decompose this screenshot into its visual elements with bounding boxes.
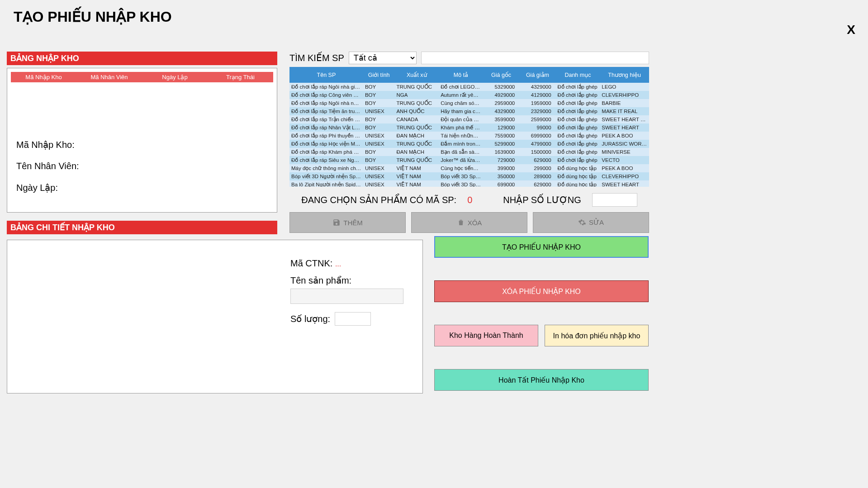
product-cell: 1639000 — [483, 148, 519, 156]
product-cell: TRUNG QUỐC — [394, 99, 439, 107]
product-cell: Bạn đã sẵn sàng cho... — [439, 148, 483, 156]
product-cell: CLEVERHIPPO — [600, 172, 649, 180]
product-cell: SWEET HEART — [600, 123, 649, 132]
panel-ctnk: Mã CTNK: ... Tên sản phẩm: Số lượng: — [7, 240, 423, 393]
product-cell: Bóp viết 3D Người nhện Spider-Man C... — [289, 172, 363, 180]
product-cell: 1959000 — [519, 99, 555, 107]
close-button[interactable]: X — [847, 23, 855, 37]
sua-label: SỬA — [589, 218, 604, 227]
product-cell: Đắm mình trong trải n... — [439, 140, 483, 148]
product-cell: 7559000 — [483, 132, 519, 140]
product-cell: BOY — [363, 148, 395, 156]
ctnk-dots: ... — [335, 260, 341, 268]
product-row[interactable]: Bóp viết 3D Người nhện Spider-Man C...UN… — [289, 172, 649, 180]
product-cell: Cùng học tiếng Anh v... — [439, 164, 483, 172]
hoan-tat-button[interactable]: Hoàn Tất Phiếu Nhập Kho — [434, 369, 649, 391]
product-row[interactable]: Ba lô Zipit Người nhện Spider-Man CL...U… — [289, 180, 649, 187]
product-cell: UNISEX — [363, 132, 395, 140]
product-cell: 629000 — [519, 180, 555, 187]
gear-icon — [578, 218, 586, 227]
product-cell: Đội quân của Voldem... — [439, 115, 483, 123]
product-row[interactable]: Đồ chơi lắp ráp Học viện Ma thuật và ...… — [289, 140, 649, 148]
product-header[interactable]: Thương hiệu — [600, 67, 649, 83]
product-cell: 6999000 — [519, 132, 555, 140]
product-cell: Đồ chơi lắp ráp Học viện Ma thuật và ... — [289, 140, 363, 148]
product-header[interactable]: Giá gốc — [483, 67, 519, 83]
product-cell: Bóp viết 3D Spider-M... — [439, 172, 483, 180]
product-cell: VIỆT NAM — [394, 180, 439, 187]
nhapkho-form: Mã Nhập Kho: Tên Nhân Viên: Ngày Lập: — [11, 122, 273, 210]
product-cell: Autumn rất yêu động ... — [439, 91, 483, 99]
page-title: TẠO PHIẾU NHẬP KHO — [14, 8, 172, 25]
input-ten-sp[interactable] — [290, 289, 403, 304]
product-header[interactable]: Tên SP — [289, 67, 363, 83]
label-dang-chon: ĐANG CHỌN SẢN PHẨM CÓ MÃ SP: — [301, 194, 456, 205]
product-header[interactable]: Mô tả — [439, 67, 483, 83]
product-cell: Đồ chơi lắp ráp Công viên giải trí ven .… — [289, 91, 363, 99]
product-cell: 629000 — [519, 156, 555, 164]
product-cell: 399000 — [483, 164, 519, 172]
product-cell: Khám phá thế giới hà... — [439, 123, 483, 132]
product-row[interactable]: Đồ chơi lắp ráp Siêu xe Người Dơi đối ..… — [289, 156, 649, 164]
product-row[interactable]: Đồ chơi lắp ráp Nhân Vật LEGO Marv...BOY… — [289, 123, 649, 132]
product-cell: Đồ chơi lắp ghép — [556, 156, 600, 164]
product-cell: 289000 — [519, 172, 555, 180]
xoa-phieu-button[interactable]: XÓA PHIẾU NHẬP KHO — [434, 280, 649, 302]
product-cell: UNISEX — [363, 107, 395, 115]
product-cell: VIỆT NAM — [394, 172, 439, 180]
label-so-luong: Số lượng: — [290, 313, 330, 324]
product-cell: ĐAN MẠCH — [394, 148, 439, 156]
product-cell: Đồ chơi lắp ghép — [556, 132, 600, 140]
product-cell: 4129000 — [519, 91, 555, 99]
label-ten-nhan-vien: Tên Nhân Viên: — [16, 161, 268, 171]
product-cell: PEEK A BOO — [600, 164, 649, 172]
kho-hang-button[interactable]: Kho Hàng Hoàn Thành — [434, 325, 538, 346]
product-cell: LEGO — [600, 83, 649, 91]
input-nhap-so-luong[interactable] — [592, 193, 637, 207]
them-button[interactable]: THÊM — [289, 212, 406, 233]
product-row[interactable]: Đồ chơi lắp ráp Ngôi nhà ngoại ô của ...… — [289, 99, 649, 107]
tao-phieu-button[interactable]: TẠO PHIẾU NHẬP KHO — [434, 236, 649, 258]
product-cell: Đồ chơi lắp ráp Ngôi nhà gia đình 3 tro.… — [289, 83, 363, 91]
search-label: TÌM KIẾM SP — [289, 52, 344, 63]
product-cell: CANADA — [394, 115, 439, 123]
product-cell: 3599000 — [483, 115, 519, 123]
input-so-luong[interactable] — [335, 312, 371, 326]
product-row[interactable]: Đồ chơi lắp ráp Ngôi nhà gia đình 3 tro.… — [289, 83, 649, 91]
product-table[interactable]: Tên SPGiới tínhXuất xứMô tảGiá gốcGiá gi… — [289, 67, 649, 187]
product-cell: TRUNG QUỐC — [394, 140, 439, 148]
value-dang-chon: 0 — [467, 195, 472, 205]
product-row[interactable]: Đồ chơi lắp ráp Công viên giải trí ven .… — [289, 91, 649, 99]
product-cell: VECTO — [600, 156, 649, 164]
in-hoa-don-button[interactable]: In hóa đơn phiếu nhập kho — [545, 325, 649, 346]
them-label: THÊM — [343, 219, 363, 227]
product-header[interactable]: Giới tính — [363, 67, 395, 83]
xoa-button[interactable]: XÓA — [411, 212, 527, 233]
product-cell: Cùng chăm sóc các ... — [439, 99, 483, 107]
product-cell: 5299000 — [483, 140, 519, 148]
label-ngay-lap: Ngày Lập: — [16, 182, 268, 193]
product-row[interactable]: Đồ chơi lắp ráp Trận chiến tại trường ..… — [289, 115, 649, 123]
product-header[interactable]: Danh mục — [556, 67, 600, 83]
search-category-select[interactable]: Tất cả — [349, 52, 417, 64]
product-header[interactable]: Giá giảm — [519, 67, 555, 83]
product-row[interactable]: Đồ chơi lắp ráp Phi thuyền X-Wing Sta...… — [289, 132, 649, 140]
search-input[interactable] — [421, 52, 649, 64]
product-cell: 350000 — [483, 172, 519, 180]
product-header[interactable]: Xuất xứ — [394, 67, 439, 83]
product-cell: Đồ chơi lắp ráp Trận chiến tại trường ..… — [289, 115, 363, 123]
label-ma-nhap-kho: Mã Nhập Kho: — [16, 139, 268, 150]
product-cell: UNISEX — [363, 164, 395, 172]
product-row[interactable]: Đồ chơi lắp ráp Tiệm ăn trung tâm thà...… — [289, 107, 649, 115]
product-cell: 2329000 — [519, 107, 555, 115]
product-cell: Đồ chơi lắp ráp Nhân Vật LEGO Marv... — [289, 123, 363, 132]
delete-icon — [457, 218, 465, 227]
xoa-label: XÓA — [468, 219, 482, 227]
product-row[interactable]: Máy đọc chữ thông minh cho bé PEE...UNIS… — [289, 164, 649, 172]
sua-button[interactable]: SỬA — [533, 212, 649, 233]
product-row[interactable]: Đồ chơi lắp ráp Khám phá và nghỉ dư...BO… — [289, 148, 649, 156]
product-cell: Đồ chơi lắp ghép — [556, 83, 600, 91]
product-cell: 699000 — [483, 180, 519, 187]
product-cell: MINIVERSE — [600, 148, 649, 156]
product-cell: CLEVERHIPPO — [600, 91, 649, 99]
